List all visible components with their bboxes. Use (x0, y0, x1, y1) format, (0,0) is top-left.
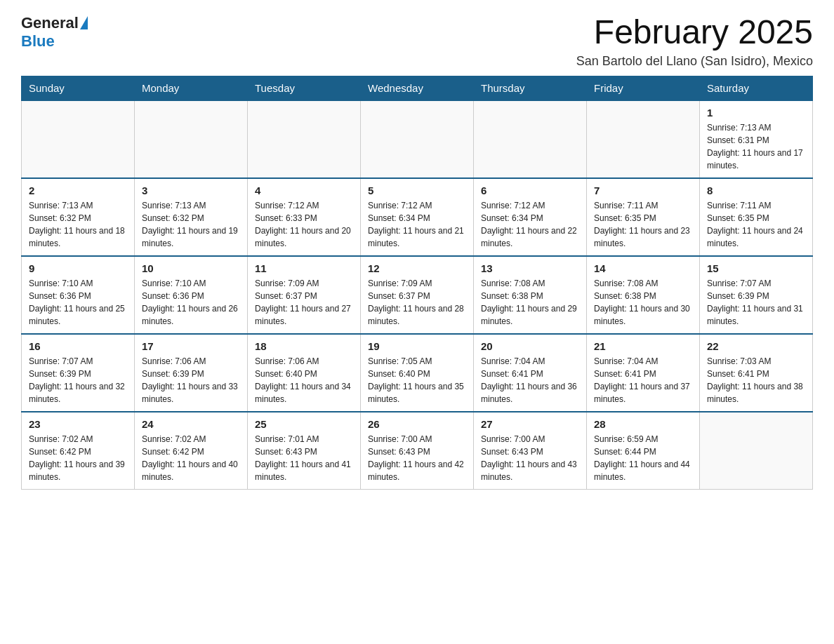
day-number: 5 (368, 185, 466, 196)
day-number: 14 (594, 262, 692, 274)
day-info: Sunrise: 7:07 AMSunset: 6:39 PMDaylight:… (707, 277, 805, 328)
weekday-header-friday: Friday (587, 76, 700, 100)
day-number: 8 (707, 185, 805, 196)
calendar-day-cell: 9Sunrise: 7:10 AMSunset: 6:36 PMDaylight… (22, 256, 135, 334)
day-info: Sunrise: 7:08 AMSunset: 6:38 PMDaylight:… (594, 277, 692, 328)
calendar-day-cell: 27Sunrise: 7:00 AMSunset: 6:43 PMDayligh… (474, 412, 587, 490)
day-info: Sunrise: 7:06 AMSunset: 6:39 PMDaylight:… (142, 355, 240, 405)
calendar-day-cell (587, 100, 700, 178)
day-info: Sunrise: 7:13 AMSunset: 6:31 PMDaylight:… (707, 121, 805, 172)
day-number: 26 (368, 418, 466, 430)
day-info: Sunrise: 7:13 AMSunset: 6:32 PMDaylight:… (29, 199, 127, 250)
day-number: 11 (255, 262, 353, 274)
day-info: Sunrise: 7:11 AMSunset: 6:35 PMDaylight:… (594, 199, 692, 250)
day-number: 1 (707, 107, 805, 119)
day-info: Sunrise: 7:04 AMSunset: 6:41 PMDaylight:… (481, 355, 579, 405)
calendar-day-cell: 26Sunrise: 7:00 AMSunset: 6:43 PMDayligh… (361, 412, 474, 490)
day-number: 9 (29, 262, 127, 274)
day-number: 18 (255, 340, 353, 352)
calendar-day-cell: 22Sunrise: 7:03 AMSunset: 6:41 PMDayligh… (700, 334, 813, 412)
day-number: 23 (29, 418, 127, 430)
day-number: 10 (142, 262, 240, 274)
logo: General Blue (21, 14, 88, 51)
calendar-day-cell: 20Sunrise: 7:04 AMSunset: 6:41 PMDayligh… (474, 334, 587, 412)
day-info: Sunrise: 7:04 AMSunset: 6:41 PMDaylight:… (594, 355, 692, 405)
day-info: Sunrise: 7:12 AMSunset: 6:34 PMDaylight:… (481, 199, 579, 250)
calendar-day-cell: 19Sunrise: 7:05 AMSunset: 6:40 PMDayligh… (361, 334, 474, 412)
location-subtitle: San Bartolo del Llano (San Isidro), Mexi… (576, 54, 813, 69)
weekday-header-tuesday: Tuesday (248, 76, 361, 100)
calendar-day-cell: 18Sunrise: 7:06 AMSunset: 6:40 PMDayligh… (248, 334, 361, 412)
day-info: Sunrise: 7:03 AMSunset: 6:41 PMDaylight:… (707, 355, 805, 405)
calendar-day-cell: 4Sunrise: 7:12 AMSunset: 6:33 PMDaylight… (248, 178, 361, 256)
calendar-day-cell: 24Sunrise: 7:02 AMSunset: 6:42 PMDayligh… (135, 412, 248, 490)
day-info: Sunrise: 7:00 AMSunset: 6:43 PMDaylight:… (481, 433, 579, 483)
logo-blue-text: Blue (21, 32, 55, 51)
month-title: February 2025 (576, 14, 813, 51)
day-info: Sunrise: 7:12 AMSunset: 6:34 PMDaylight:… (368, 199, 466, 250)
day-number: 16 (29, 340, 127, 352)
weekday-header-thursday: Thursday (474, 76, 587, 100)
day-info: Sunrise: 7:10 AMSunset: 6:36 PMDaylight:… (142, 277, 240, 328)
day-number: 19 (368, 340, 466, 352)
day-number: 7 (594, 185, 692, 196)
calendar-day-cell: 16Sunrise: 7:07 AMSunset: 6:39 PMDayligh… (22, 334, 135, 412)
day-info: Sunrise: 7:06 AMSunset: 6:40 PMDaylight:… (255, 355, 353, 405)
day-info: Sunrise: 7:08 AMSunset: 6:38 PMDaylight:… (481, 277, 579, 328)
day-info: Sunrise: 7:12 AMSunset: 6:33 PMDaylight:… (255, 199, 353, 250)
calendar-day-cell (361, 100, 474, 178)
calendar-day-cell: 3Sunrise: 7:13 AMSunset: 6:32 PMDaylight… (135, 178, 248, 256)
day-number: 4 (255, 185, 353, 196)
day-number: 13 (481, 262, 579, 274)
calendar-day-cell: 23Sunrise: 7:02 AMSunset: 6:42 PMDayligh… (22, 412, 135, 490)
day-number: 17 (142, 340, 240, 352)
day-number: 25 (255, 418, 353, 430)
calendar-day-cell: 14Sunrise: 7:08 AMSunset: 6:38 PMDayligh… (587, 256, 700, 334)
calendar-day-cell: 8Sunrise: 7:11 AMSunset: 6:35 PMDaylight… (700, 178, 813, 256)
day-info: Sunrise: 7:10 AMSunset: 6:36 PMDaylight:… (29, 277, 127, 328)
calendar-day-cell (700, 412, 813, 490)
calendar-day-cell: 1Sunrise: 7:13 AMSunset: 6:31 PMDaylight… (700, 100, 813, 178)
calendar-table: SundayMondayTuesdayWednesdayThursdayFrid… (21, 76, 813, 490)
calendar-day-cell: 21Sunrise: 7:04 AMSunset: 6:41 PMDayligh… (587, 334, 700, 412)
calendar-day-cell: 17Sunrise: 7:06 AMSunset: 6:39 PMDayligh… (135, 334, 248, 412)
weekday-header-wednesday: Wednesday (361, 76, 474, 100)
day-number: 6 (481, 185, 579, 196)
day-number: 24 (142, 418, 240, 430)
day-number: 3 (142, 185, 240, 196)
day-info: Sunrise: 7:01 AMSunset: 6:43 PMDaylight:… (255, 433, 353, 483)
calendar-day-cell (22, 100, 135, 178)
day-info: Sunrise: 7:05 AMSunset: 6:40 PMDaylight:… (368, 355, 466, 405)
day-info: Sunrise: 7:09 AMSunset: 6:37 PMDaylight:… (368, 277, 466, 328)
day-number: 21 (594, 340, 692, 352)
calendar-week-row: 23Sunrise: 7:02 AMSunset: 6:42 PMDayligh… (22, 412, 813, 490)
day-number: 15 (707, 262, 805, 274)
weekday-header-row: SundayMondayTuesdayWednesdayThursdayFrid… (22, 76, 813, 100)
calendar-day-cell: 13Sunrise: 7:08 AMSunset: 6:38 PMDayligh… (474, 256, 587, 334)
page-header: General Blue February 2025 San Bartolo d… (21, 14, 813, 69)
day-info: Sunrise: 7:13 AMSunset: 6:32 PMDaylight:… (142, 199, 240, 250)
calendar-week-row: 1Sunrise: 7:13 AMSunset: 6:31 PMDaylight… (22, 100, 813, 178)
day-info: Sunrise: 7:02 AMSunset: 6:42 PMDaylight:… (142, 433, 240, 483)
calendar-day-cell: 7Sunrise: 7:11 AMSunset: 6:35 PMDaylight… (587, 178, 700, 256)
day-info: Sunrise: 7:07 AMSunset: 6:39 PMDaylight:… (29, 355, 127, 405)
day-info: Sunrise: 6:59 AMSunset: 6:44 PMDaylight:… (594, 433, 692, 483)
calendar-day-cell: 25Sunrise: 7:01 AMSunset: 6:43 PMDayligh… (248, 412, 361, 490)
calendar-week-row: 16Sunrise: 7:07 AMSunset: 6:39 PMDayligh… (22, 334, 813, 412)
day-number: 12 (368, 262, 466, 274)
calendar-day-cell (135, 100, 248, 178)
day-number: 28 (594, 418, 692, 430)
calendar-day-cell: 6Sunrise: 7:12 AMSunset: 6:34 PMDaylight… (474, 178, 587, 256)
calendar-week-row: 2Sunrise: 7:13 AMSunset: 6:32 PMDaylight… (22, 178, 813, 256)
calendar-day-cell: 10Sunrise: 7:10 AMSunset: 6:36 PMDayligh… (135, 256, 248, 334)
day-number: 22 (707, 340, 805, 352)
day-info: Sunrise: 7:02 AMSunset: 6:42 PMDaylight:… (29, 433, 127, 483)
day-info: Sunrise: 7:09 AMSunset: 6:37 PMDaylight:… (255, 277, 353, 328)
calendar-week-row: 9Sunrise: 7:10 AMSunset: 6:36 PMDaylight… (22, 256, 813, 334)
logo-general-text: General (21, 14, 79, 32)
title-block: February 2025 San Bartolo del Llano (San… (576, 14, 813, 69)
weekday-header-monday: Monday (135, 76, 248, 100)
day-number: 2 (29, 185, 127, 196)
calendar-day-cell: 28Sunrise: 6:59 AMSunset: 6:44 PMDayligh… (587, 412, 700, 490)
calendar-day-cell: 11Sunrise: 7:09 AMSunset: 6:37 PMDayligh… (248, 256, 361, 334)
